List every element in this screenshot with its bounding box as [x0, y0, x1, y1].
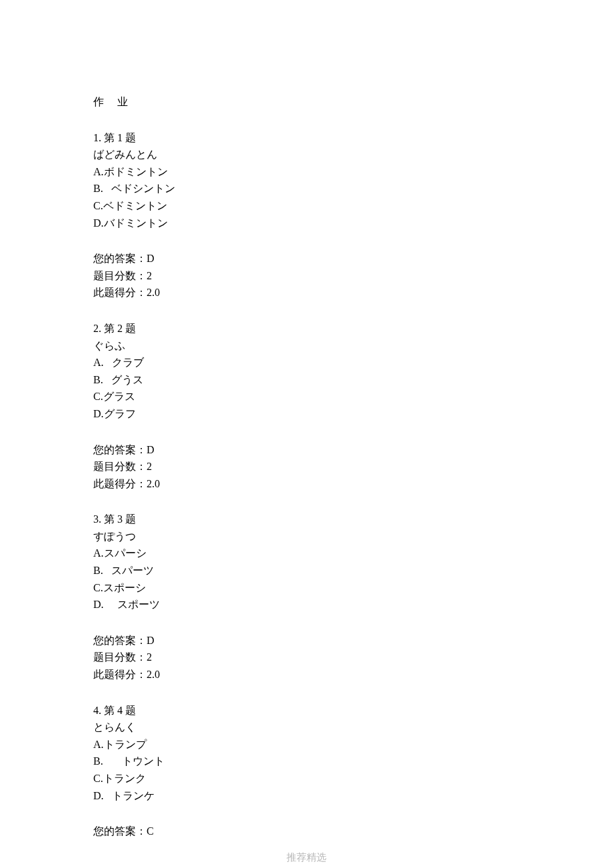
- question-number: 2. 第 2 题: [93, 320, 520, 337]
- question-prompt: ばどみんとん: [93, 146, 520, 163]
- question-option: B. トウント: [93, 753, 520, 770]
- this-score-value: 2.0: [147, 669, 160, 680]
- page-footer: 推荐精选: [0, 849, 613, 865]
- question-option: A. クラブ: [93, 354, 520, 371]
- question-option: B. スパーツ: [93, 562, 520, 579]
- your-answer-value: D: [147, 253, 155, 264]
- question-block: 4. 第 4 题とらんくA.トランプB. トウントC.トランクD. トランケ: [93, 702, 520, 805]
- document-page: 作 业 1. 第 1 题ばどみんとんA.ボドミントンB. ベドシントンC.ベドミ…: [0, 0, 613, 868]
- question-score-label: 题目分数：: [93, 270, 147, 281]
- question-option: C.グラス: [93, 388, 520, 405]
- question-option: D.バドミントン: [93, 215, 520, 232]
- question-option: C.ベドミントン: [93, 197, 520, 215]
- your-answer-value: D: [147, 444, 155, 455]
- this-score-label: 此题得分：: [93, 287, 147, 298]
- question-option: D.グラフ: [93, 405, 520, 423]
- your-answer-line: 您的答案：D: [93, 250, 520, 267]
- this-score-value: 2.0: [147, 478, 160, 489]
- question-block: 1. 第 1 题ばどみんとんA.ボドミントンB. ベドシントンC.ベドミントンD…: [93, 129, 520, 232]
- answer-block: 您的答案：C: [93, 823, 520, 840]
- question-block: 3. 第 3 题すぽうつA.スパーシB. スパーツC.スポーシD. スポーツ: [93, 511, 520, 613]
- question-option: D. トランケ: [93, 787, 520, 805]
- question-score-line: 题目分数：2: [93, 267, 520, 285]
- question-number: 1. 第 1 题: [93, 129, 520, 147]
- question-score-value: 2: [147, 461, 152, 472]
- your-answer-line: 您的答案：D: [93, 632, 520, 649]
- this-score-line: 此题得分：2.0: [93, 284, 520, 301]
- question-option: B. グうス: [93, 371, 520, 389]
- question-option: A.ボドミントン: [93, 163, 520, 181]
- your-answer-label: 您的答案：: [93, 444, 147, 455]
- question-number: 4. 第 4 题: [93, 702, 520, 719]
- question-score-value: 2: [147, 270, 152, 281]
- question-prompt: ぐらふ: [93, 337, 520, 355]
- questions-container: 1. 第 1 题ばどみんとんA.ボドミントンB. ベドシントンC.ベドミントンD…: [93, 129, 520, 840]
- your-answer-line: 您的答案：C: [93, 823, 520, 840]
- question-option: C.トランク: [93, 770, 520, 787]
- answer-block: 您的答案：D题目分数：2此题得分：2.0: [93, 441, 520, 493]
- your-answer-label: 您的答案：: [93, 825, 147, 837]
- question-score-label: 题目分数：: [93, 651, 147, 663]
- question-score-line: 题目分数：2: [93, 649, 520, 666]
- question-block: 2. 第 2 题ぐらふA. クラブB. グうスC.グラスD.グラフ: [93, 320, 520, 423]
- question-option: C.スポーシ: [93, 579, 520, 597]
- your-answer-line: 您的答案：D: [93, 441, 520, 459]
- your-answer-label: 您的答案：: [93, 635, 147, 646]
- question-option: A.トランプ: [93, 736, 520, 753]
- this-score-label: 此题得分：: [93, 478, 147, 489]
- question-score-value: 2: [147, 651, 152, 663]
- page-title: 作 业: [93, 93, 520, 111]
- your-answer-value: C: [147, 825, 154, 837]
- this-score-line: 此题得分：2.0: [93, 475, 520, 493]
- this-score-label: 此题得分：: [93, 669, 147, 680]
- this-score-line: 此题得分：2.0: [93, 666, 520, 683]
- question-prompt: すぽうつ: [93, 528, 520, 545]
- your-answer-label: 您的答案：: [93, 253, 147, 264]
- answer-block: 您的答案：D题目分数：2此题得分：2.0: [93, 250, 520, 301]
- your-answer-value: D: [147, 635, 155, 646]
- question-option: B. ベドシントン: [93, 180, 520, 197]
- question-option: D. スポーツ: [93, 596, 520, 613]
- this-score-value: 2.0: [147, 287, 160, 298]
- question-number: 3. 第 3 题: [93, 511, 520, 528]
- question-option: A.スパーシ: [93, 545, 520, 562]
- question-prompt: とらんく: [93, 719, 520, 736]
- question-score-label: 题目分数：: [93, 461, 147, 472]
- answer-block: 您的答案：D题目分数：2此题得分：2.0: [93, 632, 520, 683]
- question-score-line: 题目分数：2: [93, 458, 520, 475]
